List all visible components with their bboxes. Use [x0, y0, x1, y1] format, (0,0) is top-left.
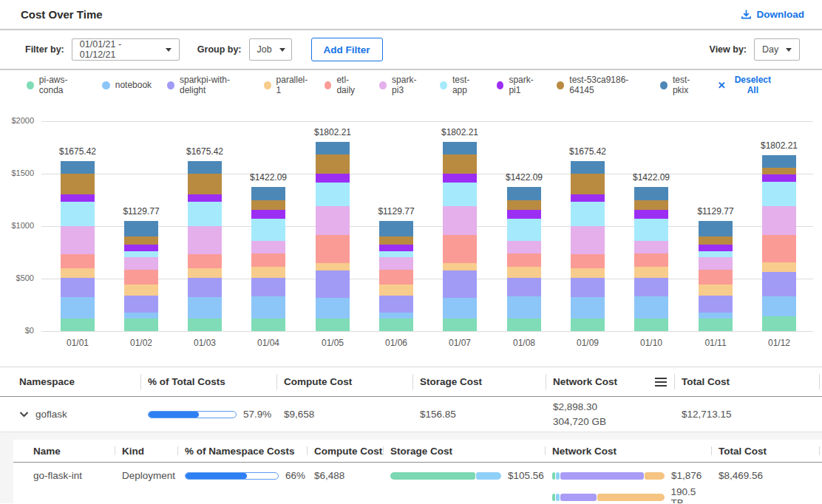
bar-segment-spark-pi1[interactable]	[379, 245, 413, 251]
bar-segment-spark-pi3[interactable]	[634, 241, 668, 253]
stacked-bar[interactable]	[251, 187, 285, 331]
bar-segment-sparkpi-with-delight[interactable]	[124, 296, 158, 313]
bar-segment-test-app[interactable]	[251, 219, 285, 241]
bar-segment-pi-aws-conda[interactable]	[762, 316, 796, 331]
bar-segment-parallel-1[interactable]	[443, 263, 477, 270]
bar-segment-spark-pi3[interactable]	[124, 257, 158, 270]
bar-segment-test-pkix[interactable]	[634, 187, 668, 200]
bar-segment-etl-daily[interactable]	[507, 253, 541, 267]
bar-segment-notebook[interactable]	[571, 297, 605, 318]
bar-segment-spark-pi1[interactable]	[762, 174, 796, 182]
bar-segment-spark-pi3[interactable]	[188, 226, 222, 254]
bar-segment-test-app[interactable]	[379, 251, 413, 257]
bar-segment-test-53ca9186-64145[interactable]	[379, 236, 413, 245]
bar-segment-test-53ca9186-64145[interactable]	[443, 154, 477, 174]
bar-segment-test-pkix[interactable]	[699, 221, 733, 236]
bar-segment-parallel-1[interactable]	[634, 267, 668, 277]
bar-segment-test-53ca9186-64145[interactable]	[507, 200, 541, 210]
bar-segment-pi-aws-conda[interactable]	[124, 319, 158, 331]
legend-item[interactable]: test-pkix	[660, 75, 702, 95]
bar-segment-sparkpi-with-delight[interactable]	[188, 278, 222, 298]
stacked-bar[interactable]	[379, 221, 413, 331]
bar-segment-etl-daily[interactable]	[699, 270, 733, 285]
bar-segment-notebook[interactable]	[188, 297, 222, 318]
bar-segment-test-pkix[interactable]	[251, 187, 285, 200]
date-range-select[interactable]: 01/01/21 - 01/12/21	[72, 38, 180, 61]
bar-segment-pi-aws-conda[interactable]	[379, 319, 413, 331]
bar-segment-pi-aws-conda[interactable]	[507, 319, 541, 331]
legend-item[interactable]: parallel-1	[264, 75, 309, 95]
deselect-all-button[interactable]: ✕ Deselect All	[718, 75, 775, 95]
bar-segment-spark-pi1[interactable]	[188, 194, 222, 202]
bar-segment-parallel-1[interactable]	[762, 262, 796, 272]
bar-segment-spark-pi3[interactable]	[507, 241, 541, 253]
bar-segment-etl-daily[interactable]	[379, 270, 413, 285]
legend-item[interactable]: test-app	[440, 75, 480, 95]
group-by-select[interactable]: Job	[249, 38, 292, 61]
bar-segment-etl-daily[interactable]	[762, 235, 796, 262]
bar-segment-test-pkix[interactable]	[443, 142, 477, 154]
bar-segment-etl-daily[interactable]	[316, 235, 350, 264]
legend-item[interactable]: spark-pi1	[497, 75, 542, 95]
stacked-bar[interactable]	[762, 155, 796, 331]
bar-segment-parallel-1[interactable]	[571, 268, 605, 277]
bar-segment-notebook[interactable]	[124, 313, 158, 319]
bar-segment-test-pkix[interactable]	[61, 161, 95, 174]
bar-segment-spark-pi1[interactable]	[61, 194, 95, 202]
bar-segment-spark-pi3[interactable]	[443, 206, 477, 235]
bar-segment-test-app[interactable]	[124, 251, 158, 257]
bar-segment-pi-aws-conda[interactable]	[571, 319, 605, 331]
bar-segment-test-53ca9186-64145[interactable]	[61, 174, 95, 194]
stacked-bar[interactable]	[443, 142, 477, 331]
bar-segment-parallel-1[interactable]	[316, 263, 350, 270]
bar-segment-parallel-1[interactable]	[699, 285, 733, 296]
stacked-bar[interactable]	[124, 221, 158, 331]
bar-segment-test-53ca9186-64145[interactable]	[571, 174, 605, 194]
bar-segment-pi-aws-conda[interactable]	[316, 319, 350, 331]
bar-segment-sparkpi-with-delight[interactable]	[634, 278, 668, 297]
bar-segment-test-pkix[interactable]	[124, 221, 158, 236]
legend-item[interactable]: etl-daily	[325, 75, 364, 95]
bar-segment-etl-daily[interactable]	[61, 254, 95, 268]
bar-segment-test-app[interactable]	[188, 202, 222, 226]
bar-segment-etl-daily[interactable]	[443, 235, 477, 264]
bar-segment-notebook[interactable]	[443, 298, 477, 319]
download-button[interactable]: Download	[741, 9, 805, 20]
bar-segment-test-app[interactable]	[699, 251, 733, 257]
bar-segment-spark-pi1[interactable]	[699, 245, 733, 251]
bar-segment-sparkpi-with-delight[interactable]	[762, 272, 796, 296]
bar-segment-test-app[interactable]	[507, 219, 541, 241]
bar-segment-test-53ca9186-64145[interactable]	[251, 200, 285, 210]
bar-segment-spark-pi1[interactable]	[124, 245, 158, 251]
bar-segment-parallel-1[interactable]	[61, 268, 95, 277]
bar-segment-pi-aws-conda[interactable]	[251, 319, 285, 331]
legend-item[interactable]: test-53ca9186-64145	[557, 75, 645, 95]
bar-segment-etl-daily[interactable]	[124, 270, 158, 285]
stacked-bar[interactable]	[316, 142, 350, 331]
bar-segment-test-53ca9186-64145[interactable]	[124, 236, 158, 245]
bar-segment-test-app[interactable]	[443, 183, 477, 206]
bar-segment-parallel-1[interactable]	[188, 268, 222, 277]
bar-segment-spark-pi1[interactable]	[507, 210, 541, 219]
bar-segment-notebook[interactable]	[634, 296, 668, 318]
bar-segment-pi-aws-conda[interactable]	[634, 319, 668, 331]
bar-segment-sparkpi-with-delight[interactable]	[251, 278, 285, 297]
bar-segment-spark-pi3[interactable]	[316, 206, 350, 235]
bar-segment-spark-pi1[interactable]	[634, 210, 668, 219]
bar-segment-notebook[interactable]	[507, 296, 541, 318]
bar-segment-spark-pi3[interactable]	[571, 226, 605, 254]
bar-segment-etl-daily[interactable]	[571, 254, 605, 268]
bar-segment-sparkpi-with-delight[interactable]	[379, 296, 413, 313]
view-by-select[interactable]: Day	[754, 38, 800, 61]
legend-item[interactable]: notebook	[102, 80, 152, 90]
bar-segment-notebook[interactable]	[379, 313, 413, 319]
bar-segment-notebook[interactable]	[699, 313, 733, 319]
bar-segment-spark-pi1[interactable]	[571, 194, 605, 202]
bar-segment-spark-pi3[interactable]	[379, 257, 413, 270]
bar-segment-etl-daily[interactable]	[188, 254, 222, 268]
bar-segment-sparkpi-with-delight[interactable]	[699, 296, 733, 313]
chevron-down-icon[interactable]	[19, 411, 29, 418]
bar-segment-test-pkix[interactable]	[316, 142, 350, 154]
bar-segment-test-53ca9186-64145[interactable]	[188, 174, 222, 194]
bar-segment-test-pkix[interactable]	[507, 187, 541, 200]
